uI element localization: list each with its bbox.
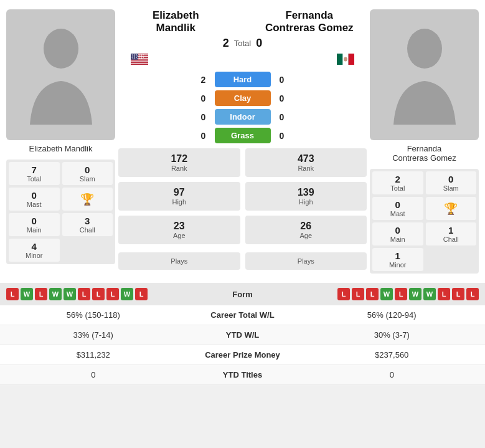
left-rank-label: Rank xyxy=(126,164,233,172)
svg-rect-10 xyxy=(131,61,148,62)
right-mast-label: Mast xyxy=(374,210,422,217)
surface-btn-grass[interactable]: Grass xyxy=(215,128,271,143)
left-high-box: 97 High xyxy=(118,182,240,211)
left-form-badge-6: L xyxy=(92,288,105,300)
surface-btn-hard[interactable]: Hard xyxy=(215,72,271,87)
top-section: Elizabeth Mandlik 7 Total 0 Slam 0 Mast … xyxy=(0,0,485,280)
right-form-badge-8: L xyxy=(452,288,464,300)
stats-left-0: 56% (150-118) xyxy=(6,310,181,320)
left-slam-label: Slam xyxy=(64,175,112,183)
player-names-row: Elizabeth Mandlik Fernanda Contreras Gom… xyxy=(118,9,367,34)
stats-row-3: 0 YTD Titles 0 xyxy=(0,365,485,385)
left-total-cell: 7 Total xyxy=(9,162,60,185)
stats-right-1: 30% (3-7) xyxy=(305,330,479,340)
right-form-badge-7: L xyxy=(438,288,450,300)
left-trophy-icon: 🏆 xyxy=(80,193,94,206)
stats-left-1: 33% (7-14) xyxy=(6,330,181,340)
right-player-name: Fernanda Contreras Gomez xyxy=(392,144,456,163)
svg-rect-12 xyxy=(131,63,148,64)
stats-label-0: Career Total W/L xyxy=(181,310,305,320)
left-form-badge-8: W xyxy=(121,288,133,300)
surface-btn-indoor[interactable]: Indoor xyxy=(215,109,271,125)
right-mast-value: 0 xyxy=(374,199,422,210)
left-minor-label: Minor xyxy=(10,252,59,259)
right-total-value: 2 xyxy=(374,174,422,184)
stats-left-2: $311,232 xyxy=(6,350,181,360)
main-container: Elizabeth Mandlik 7 Total 0 Slam 0 Mast … xyxy=(0,0,485,385)
left-main-value: 0 xyxy=(10,216,59,226)
left-plays-box: Plays xyxy=(118,252,240,270)
right-chall-cell: 1 Chall xyxy=(426,222,477,245)
svg-point-23 xyxy=(407,29,442,69)
surface-btn-clay[interactable]: Clay xyxy=(215,90,271,106)
center-block: Elizabeth Mandlik Fernanda Contreras Gom… xyxy=(118,9,367,274)
left-total-value: 7 xyxy=(10,164,59,175)
right-minor-value: 1 xyxy=(374,250,422,261)
left-rank-value: 172 xyxy=(126,153,233,164)
left-chall-label: Chall xyxy=(64,226,112,234)
surface-row-indoor: 0 Indoor 0 xyxy=(118,109,367,125)
right-age-box: 26 Age xyxy=(245,216,367,244)
total-label: Total xyxy=(234,39,251,48)
stats-row-1: 33% (7-14) YTD W/L 30% (3-7) xyxy=(0,325,485,345)
plays-row: Plays Plays xyxy=(118,249,367,270)
right-main-value: 0 xyxy=(374,225,422,236)
right-high-label: High xyxy=(253,198,360,206)
right-form-badge-1: L xyxy=(352,288,364,300)
form-section: LWLWWLLLWL Form LLLWLWWLLL xyxy=(0,283,485,305)
us-flag-icon: ★ ★ ★ ★ ★ ★ ★ ★ ★ ★ ★ ★ ★ ★ ★ ★ ★ ★ ★ ★ … xyxy=(131,54,148,65)
form-label: Form xyxy=(232,290,253,299)
left-total-score: 2 xyxy=(223,37,229,50)
left-form-badge-7: L xyxy=(106,288,119,300)
left-player-name: Elizabeth Mandlik xyxy=(29,144,93,153)
right-form-badge-4: L xyxy=(395,288,407,300)
stats-rows-section: 56% (150-118) Career Total W/L 56% (120-… xyxy=(0,305,485,385)
left-rank-box: 172 Rank xyxy=(118,148,240,177)
left-player-photo xyxy=(6,9,115,140)
stats-row-0: 56% (150-118) Career Total W/L 56% (120-… xyxy=(0,305,485,325)
right-form-badge-5: W xyxy=(409,288,421,300)
svg-rect-9 xyxy=(131,60,148,61)
right-slam-cell: 0 Slam xyxy=(426,171,477,194)
surface-right-score-hard: 0 xyxy=(276,75,288,85)
left-main-label: Main xyxy=(10,226,59,234)
right-high-value: 139 xyxy=(253,187,360,198)
surface-right-score-indoor: 0 xyxy=(276,112,288,122)
svg-point-22 xyxy=(344,57,347,62)
left-mast-label: Mast xyxy=(10,201,59,208)
left-form-badge-9: L xyxy=(135,288,148,300)
left-plays-label: Plays xyxy=(126,257,233,265)
total-row: 2 Total 0 xyxy=(118,37,367,50)
svg-rect-11 xyxy=(131,62,148,63)
left-player-stats: 7 Total 0 Slam 0 Mast 🏆 0 Main xyxy=(6,160,115,264)
center-stats-row: 172 Rank 473 Rank xyxy=(118,148,367,177)
surface-row-grass: 0 Grass 0 xyxy=(118,128,367,143)
left-age-box: 23 Age xyxy=(118,216,240,244)
svg-rect-21 xyxy=(349,54,354,65)
stats-right-3: 0 xyxy=(305,370,479,379)
right-minor-cell: 1 Minor xyxy=(372,248,423,271)
surface-left-score-grass: 0 xyxy=(197,131,210,141)
surface-row-clay: 0 Clay 0 xyxy=(118,90,367,106)
right-rank-box: 473 Rank xyxy=(245,148,367,177)
right-player-stats: 2 Total 0 Slam 0 Mast 🏆 0 Main xyxy=(370,169,479,274)
left-flag: ★ ★ ★ ★ ★ ★ ★ ★ ★ ★ ★ ★ ★ ★ ★ ★ ★ ★ ★ ★ … xyxy=(131,54,148,67)
left-total-label: Total xyxy=(10,175,59,183)
stats-left-3: 0 xyxy=(6,370,181,379)
right-mast-cell: 0 Mast xyxy=(372,197,423,220)
right-age-label: Age xyxy=(253,232,360,239)
right-slam-value: 0 xyxy=(427,174,476,184)
left-slam-value: 0 xyxy=(64,164,112,175)
stats-right-2: $237,560 xyxy=(305,350,479,360)
svg-rect-8 xyxy=(131,60,148,60)
center-stats-row-2: 97 High 139 High xyxy=(118,182,367,211)
surface-left-score-hard: 2 xyxy=(197,75,210,85)
surface-left-score-clay: 0 xyxy=(197,93,210,103)
stats-right-0: 56% (120-94) xyxy=(305,310,479,320)
left-main-label-cell: 0 Main xyxy=(9,213,60,236)
right-age-value: 26 xyxy=(253,221,360,232)
right-form-badge-2: L xyxy=(366,288,379,300)
left-form-badge-0: L xyxy=(6,288,19,300)
right-total-cell: 2 Total xyxy=(372,171,423,194)
left-minor-cell: 4 Minor xyxy=(9,239,60,262)
